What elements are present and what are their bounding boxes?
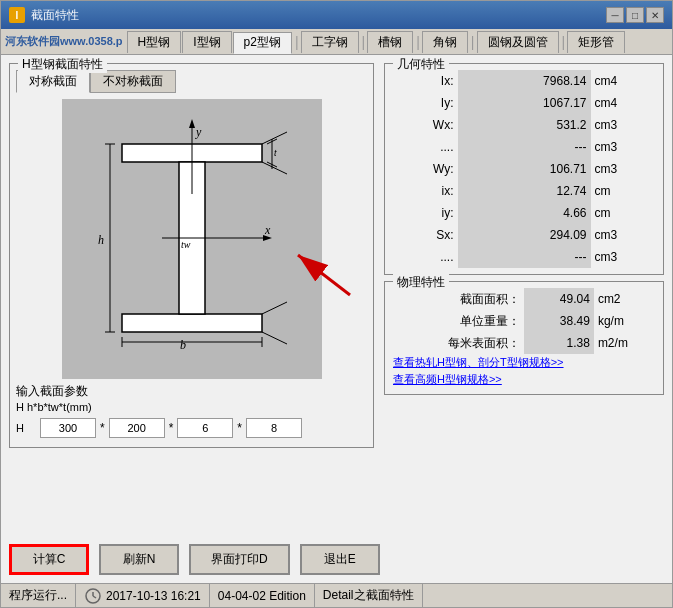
minimize-button[interactable]: ─ (606, 7, 624, 23)
wx-label: Wx: (391, 114, 458, 136)
wy-label: Wy: (391, 158, 458, 180)
status-datetime: 2017-10-13 16:21 (76, 584, 210, 607)
title-bar-left: I 截面特性 (9, 7, 79, 24)
ix-unit: cm4 (591, 70, 658, 92)
refresh-button[interactable]: 刷新N (99, 544, 179, 575)
button-row: 计算C 刷新N 界面打印D 退出E (1, 536, 672, 583)
phys-title: 物理特性 (393, 274, 449, 291)
main-content: H型钢截面特性 对称截面 不对称截面 (1, 55, 672, 536)
area-unit: cm2 (594, 288, 657, 310)
window-title: 截面特性 (31, 7, 79, 24)
sx-value: 294.09 (458, 224, 591, 246)
sub-tabs: 对称截面 不对称截面 (16, 70, 367, 93)
tab-rect-tube[interactable]: 矩形管 (567, 31, 625, 53)
group-title: H型钢截面特性 (18, 56, 107, 73)
main-window: I 截面特性 ─ □ ✕ 河东软件园www.0358.p H型钢 I型钢 p2型… (0, 0, 673, 608)
phys-row-weight: 单位重量： 38.49 kg/m (391, 310, 657, 332)
surface-unit: m2/m (594, 332, 657, 354)
geom-group: 几何特性 Ix: 7968.14 cm4 Iy: 1067.17 cm4 Wx: (384, 63, 664, 275)
right-panel: 几何特性 Ix: 7968.14 cm4 Iy: 1067.17 cm4 Wx: (384, 63, 664, 528)
geom-title: 几何特性 (393, 56, 449, 73)
red-arrow-svg (62, 99, 322, 379)
b-value-input[interactable] (109, 418, 165, 438)
sub-tab-symmetric[interactable]: 对称截面 (16, 70, 90, 93)
tab-angle[interactable]: 角钢 (422, 31, 468, 53)
close-button[interactable]: ✕ (646, 7, 664, 23)
sep-1: * (100, 421, 105, 435)
print-button[interactable]: 界面打印D (189, 544, 290, 575)
dots1-value: --- (458, 136, 591, 158)
status-app-name: Detail之截面特性 (315, 584, 423, 607)
ix2-label: ix: (391, 180, 458, 202)
ix-label: Ix: (391, 70, 458, 92)
param-input-row: H * * * (16, 418, 367, 438)
separator-1: | (293, 34, 301, 50)
ix2-unit: cm (591, 180, 658, 202)
tab-i-steel[interactable]: I型钢 (182, 31, 231, 53)
iy2-unit: cm (591, 202, 658, 224)
tab-round[interactable]: 圆钢及圆管 (477, 31, 559, 53)
geom-row-iy2: iy: 4.66 cm (391, 202, 657, 224)
t-value-input[interactable] (246, 418, 302, 438)
left-panel: H型钢截面特性 对称截面 不对称截面 (9, 63, 374, 528)
param-section: 输入截面参数 H h*b*tw*t(mm) H * * * (16, 383, 367, 438)
running-text: 程序运行... (9, 587, 67, 604)
wy-unit: cm3 (591, 158, 658, 180)
hot-rolled-link[interactable]: 查看热轧H型钢、剖分T型钢规格>> (391, 354, 657, 371)
param-hint-label: 输入截面参数 H h*b*tw*t(mm) (16, 383, 367, 414)
iy-label: Iy: (391, 92, 458, 114)
title-controls: ─ □ ✕ (606, 7, 664, 23)
status-edition: 04-04-02 Edition (210, 584, 315, 607)
clock-icon (84, 587, 102, 605)
iy2-label: iy: (391, 202, 458, 224)
dots2-label: .... (391, 246, 458, 268)
iy2-value: 4.66 (458, 202, 591, 224)
calculate-button[interactable]: 计算C (9, 544, 89, 575)
dots2-unit: cm3 (591, 246, 658, 268)
geom-row-dots2: .... --- cm3 (391, 246, 657, 268)
tw-value-input[interactable] (177, 418, 233, 438)
diagram-area: y x tw h b (62, 99, 322, 379)
h-label: H (16, 422, 36, 434)
ix2-value: 12.74 (458, 180, 591, 202)
tab-h-steel[interactable]: H型钢 (127, 31, 182, 53)
phys-row-area: 截面面积： 49.04 cm2 (391, 288, 657, 310)
weight-value: 38.49 (524, 310, 594, 332)
sx-label: Sx: (391, 224, 458, 246)
separator-2: | (360, 34, 368, 50)
svg-line-28 (93, 596, 96, 598)
title-bar: I 截面特性 ─ □ ✕ (1, 1, 672, 29)
weight-label: 单位重量： (391, 310, 524, 332)
status-running: 程序运行... (1, 584, 76, 607)
dots2-value: --- (458, 246, 591, 268)
edition-text: 04-04-02 Edition (218, 589, 306, 603)
separator-5: | (560, 34, 568, 50)
dots1-unit: cm3 (591, 136, 658, 158)
geom-row-wy: Wy: 106.71 cm3 (391, 158, 657, 180)
time-text: 16:21 (171, 589, 201, 603)
app-name-text: Detail之截面特性 (323, 587, 414, 604)
tab-channel[interactable]: 槽钢 (367, 31, 413, 53)
geom-row-sx: Sx: 294.09 cm3 (391, 224, 657, 246)
separator-3: | (414, 34, 422, 50)
tab-i-beam[interactable]: 工字钢 (301, 31, 359, 53)
phys-table: 截面面积： 49.04 cm2 单位重量： 38.49 kg/m 每米表面积： … (391, 288, 657, 354)
date-text: 2017-10-13 (106, 589, 167, 603)
dots1-label: .... (391, 136, 458, 158)
sub-tab-asymmetric[interactable]: 不对称截面 (90, 70, 176, 93)
iy-value: 1067.17 (458, 92, 591, 114)
high-freq-link[interactable]: 查看高频H型钢规格>> (391, 371, 657, 388)
phys-group: 物理特性 截面面积： 49.04 cm2 单位重量： 38.49 kg/m 每米… (384, 281, 664, 395)
geom-row-wx: Wx: 531.2 cm3 (391, 114, 657, 136)
geom-row-ix2: ix: 12.74 cm (391, 180, 657, 202)
wx-value: 531.2 (458, 114, 591, 136)
logo-text: 河东软件园www.0358.p (5, 34, 123, 49)
sep-3: * (237, 421, 242, 435)
h-value-input[interactable] (40, 418, 96, 438)
maximize-button[interactable]: □ (626, 7, 644, 23)
iy-unit: cm4 (591, 92, 658, 114)
tab-p2-steel[interactable]: p2型钢 (233, 32, 292, 54)
geom-row-dots1: .... --- cm3 (391, 136, 657, 158)
exit-button[interactable]: 退出E (300, 544, 380, 575)
sep-2: * (169, 421, 174, 435)
